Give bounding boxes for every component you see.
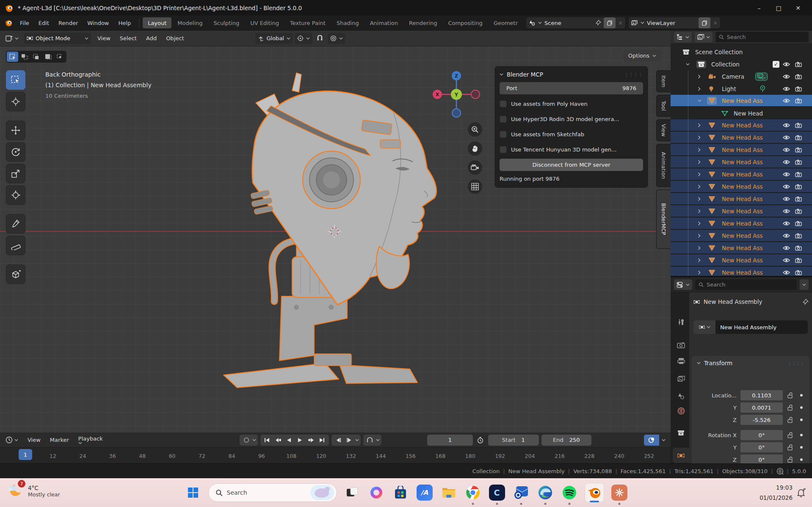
outliner-row[interactable]: New Head Ass	[671, 230, 812, 242]
pin-icon[interactable]	[803, 299, 809, 305]
expand-icon[interactable]	[698, 148, 701, 152]
hide-eye-toggle[interactable]	[783, 209, 790, 214]
lock-icon[interactable]	[787, 457, 793, 463]
navigation-gizmo[interactable]: Z X Y	[433, 71, 480, 118]
outliner-row[interactable]: New Head Ass	[671, 218, 812, 230]
disable-render-toggle[interactable]	[795, 220, 802, 226]
expand-icon[interactable]	[698, 172, 701, 176]
outliner-row[interactable]: New Head Ass	[671, 95, 812, 107]
hide-eye-toggle[interactable]	[783, 74, 790, 79]
new-scene-icon[interactable]	[604, 17, 616, 28]
select-mode-extend[interactable]	[19, 52, 30, 62]
editor-type-icon[interactable]	[3, 33, 21, 44]
outliner-row[interactable]: New Head Ass	[671, 132, 812, 144]
menu-help[interactable]: Help	[114, 18, 136, 28]
outliner-display-mode-icon[interactable]	[695, 32, 713, 42]
expand-icon[interactable]	[698, 87, 701, 91]
zoom-button[interactable]	[468, 122, 482, 137]
transform-value-field[interactable]: 0°	[740, 442, 783, 452]
sidebar-tab-animation[interactable]: Animation	[656, 144, 671, 187]
workspace-tab-modeling[interactable]: Modeling	[172, 17, 207, 28]
outliner-row[interactable]: Camera	[671, 70, 812, 83]
expand-icon[interactable]	[698, 160, 701, 164]
properties-tab-output[interactable]	[673, 353, 689, 369]
viewlayer-name[interactable]: ViewLayer	[647, 20, 696, 26]
camera-data-icon[interactable]	[755, 72, 768, 80]
animate-dot[interactable]	[800, 434, 803, 436]
outliner-row[interactable]: New Head Ass	[671, 156, 812, 168]
properties-search[interactable]	[695, 279, 797, 290]
sidebar-tab-blendermcp[interactable]: BlenderMCP	[656, 190, 671, 249]
expand-icon[interactable]	[698, 185, 701, 189]
select-mode-subtract[interactable]	[30, 52, 42, 62]
taskbar-app-ai-app[interactable]: /A	[416, 484, 434, 501]
workspace-tab-geometr[interactable]: Geometr	[489, 17, 523, 28]
transform-value-field[interactable]: -5.526	[740, 415, 783, 425]
timeline-menu-playback[interactable]: Playback	[74, 435, 108, 444]
outliner-row[interactable]: New Head Ass	[671, 168, 812, 181]
frame-back-button[interactable]	[333, 435, 343, 445]
expand-icon[interactable]	[686, 63, 690, 66]
expand-icon[interactable]	[698, 123, 701, 127]
snap-target-dropdown[interactable]	[295, 33, 312, 44]
sidebar-tab-item[interactable]: Item	[656, 70, 671, 92]
disable-render-toggle[interactable]	[795, 270, 802, 275]
lock-icon[interactable]	[787, 432, 793, 438]
minimize-button[interactable]: –	[749, 2, 769, 14]
properties-tab-collection[interactable]	[673, 425, 689, 441]
jump-to-end-button[interactable]	[317, 435, 327, 445]
hide-eye-toggle[interactable]	[783, 196, 790, 201]
expand-icon[interactable]	[698, 258, 701, 262]
menu-edit[interactable]: Edit	[34, 18, 54, 28]
tool-select-box[interactable]	[6, 70, 25, 90]
hide-eye-toggle[interactable]	[783, 258, 790, 263]
properties-tab-world[interactable]	[673, 403, 689, 419]
disable-render-toggle[interactable]	[795, 147, 802, 152]
panel-collapse-icon[interactable]	[697, 362, 701, 364]
transform-value-field[interactable]: 0°	[740, 430, 783, 440]
checkbox-checked[interactable]: ✓	[773, 61, 779, 68]
disable-render-toggle[interactable]	[795, 171, 802, 177]
lock-icon[interactable]	[787, 405, 793, 411]
play-reverse-button[interactable]	[284, 435, 294, 445]
prev-keyframe-button[interactable]	[273, 435, 283, 445]
workspace-tab-animation[interactable]: Animation	[365, 17, 403, 28]
viewport-menu-select[interactable]: Select	[115, 35, 141, 41]
disable-render-toggle[interactable]	[795, 159, 802, 165]
checkbox-unchecked[interactable]	[500, 146, 507, 153]
disable-render-toggle[interactable]	[795, 98, 802, 103]
close-button[interactable]: ✕	[788, 2, 808, 14]
hide-eye-toggle[interactable]	[783, 160, 790, 165]
select-mode-new[interactable]	[7, 52, 18, 62]
viewlayer-selector[interactable]: ViewLayer ✕	[629, 17, 720, 28]
lock-icon[interactable]	[787, 417, 793, 423]
viewport-menu-view[interactable]: View	[93, 35, 115, 41]
outliner-search-input[interactable]	[727, 34, 805, 40]
taskbar-app-chrome[interactable]	[464, 484, 482, 501]
hide-eye-toggle[interactable]	[783, 86, 790, 91]
properties-options-dropdown[interactable]	[800, 279, 809, 290]
transform-value-field[interactable]: 0°	[740, 455, 783, 463]
gizmo-x-neg-axis[interactable]	[471, 90, 480, 99]
hide-eye-toggle[interactable]	[783, 221, 790, 226]
pan-hand-button[interactable]	[468, 141, 482, 156]
loop-icon[interactable]	[365, 435, 375, 445]
frame-end-field[interactable]: End250	[541, 435, 591, 446]
hide-eye-toggle[interactable]	[783, 245, 790, 251]
outliner-editor-type-icon[interactable]	[674, 32, 692, 42]
disable-render-toggle[interactable]	[795, 245, 802, 251]
light-data-icon[interactable]	[760, 85, 766, 92]
scene-name[interactable]: Scene	[544, 20, 593, 26]
expand-icon[interactable]	[698, 234, 701, 238]
taskbar-clock[interactable]: 19:03 01/01/2026	[760, 482, 793, 503]
port-field[interactable]: Port 9876	[500, 82, 643, 94]
taskbar-search[interactable]	[208, 483, 337, 502]
outliner-row[interactable]: New Head Ass	[671, 205, 812, 218]
taskbar-app-claude[interactable]	[610, 484, 628, 501]
start-button[interactable]	[184, 484, 202, 501]
hide-eye-toggle[interactable]	[783, 62, 790, 67]
workspace-tab-rendering[interactable]: Rendering	[404, 17, 442, 28]
next-keyframe-button[interactable]	[306, 435, 316, 445]
hide-eye-toggle[interactable]	[783, 98, 790, 103]
toggle-grid-button[interactable]	[468, 179, 482, 194]
